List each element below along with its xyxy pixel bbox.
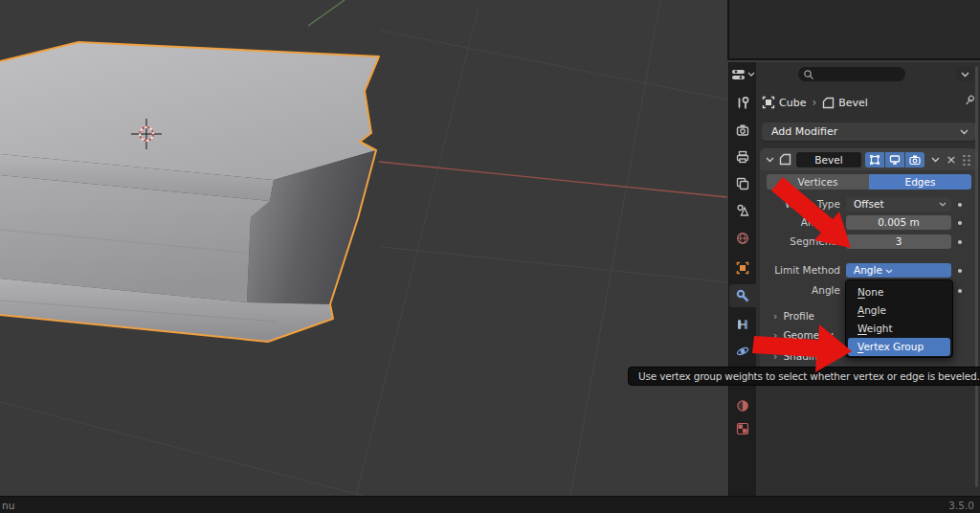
texture-icon: [736, 422, 749, 435]
chevron-down-icon: [931, 157, 940, 163]
collapse-arrow-icon: ›: [773, 310, 777, 323]
tab-output[interactable]: [729, 145, 756, 168]
globe-icon: [736, 232, 749, 245]
animate-dot[interactable]: [958, 269, 962, 273]
scene-icon: [736, 204, 749, 217]
collapse-arrow-icon: ›: [773, 329, 777, 342]
outliner-area[interactable]: [727, 0, 980, 60]
tab-world[interactable]: [729, 227, 756, 250]
limit-method-row: Limit Method Angle: [760, 263, 978, 278]
tab-view-layer[interactable]: [729, 172, 756, 195]
width-type-value: Offset: [854, 198, 884, 210]
collapse-arrow-icon: ›: [773, 350, 777, 363]
physics-icon: [736, 345, 749, 358]
edit-mode-toggle[interactable]: [865, 152, 884, 167]
bevel-modifier-icon: [779, 153, 791, 166]
wrench-icon: [736, 289, 750, 303]
affect-edges-tab[interactable]: Edges: [869, 174, 971, 190]
modifier-drag-handle[interactable]: [962, 154, 971, 166]
menu-item-label: eight: [867, 323, 893, 334]
menu-item-hotkey: W: [858, 323, 867, 334]
properties-search[interactable]: [798, 67, 905, 81]
chevron-down-icon: [960, 129, 969, 135]
breadcrumb-separator: ›: [812, 96, 816, 109]
tab-modifiers[interactable]: [729, 284, 756, 307]
tooltip-text: Use vertex group weights to select wheth…: [638, 370, 980, 382]
segments-row: Segments 3: [760, 234, 978, 249]
menu-item-vertex-group[interactable]: Vertex Group: [848, 338, 950, 356]
material-icon: [736, 399, 749, 413]
affect-vertices-tab[interactable]: Vertices: [767, 174, 869, 190]
status-bar: nu 3.5.0: [0, 496, 980, 513]
limit-method-label: Limit Method: [760, 263, 840, 278]
properties-options-button[interactable]: [956, 67, 974, 81]
tab-constraints[interactable]: [729, 313, 756, 336]
amount-row: Amount 0.005 m: [760, 215, 978, 230]
tab-render[interactable]: [729, 119, 756, 142]
version-label: 3.5.0: [948, 500, 974, 511]
geometry-section-label: Geometry: [783, 329, 833, 341]
tab-scene[interactable]: [729, 199, 756, 222]
menu-item-angle[interactable]: Angle: [848, 301, 950, 320]
width-type-label: Width Type: [760, 197, 840, 212]
breadcrumb-object[interactable]: Cube: [779, 97, 806, 109]
bevel-modifier-icon: [822, 97, 835, 109]
modifier-name-field[interactable]: Bevel: [796, 152, 861, 167]
modifier-close-button[interactable]: ×: [945, 153, 958, 166]
tab-object[interactable]: [729, 256, 756, 279]
animate-dot[interactable]: [958, 221, 962, 225]
modifier-panel-header: Bevel ×: [760, 148, 978, 170]
add-modifier-button[interactable]: Add Modifier: [762, 123, 976, 141]
tool-icon: [736, 97, 749, 110]
animate-dot[interactable]: [958, 203, 962, 207]
y-axis-line: [308, 0, 345, 26]
edit-mode-icon: [869, 154, 880, 166]
width-type-dropdown[interactable]: Offset: [846, 197, 951, 212]
render-display-toggle[interactable]: [905, 152, 924, 167]
blender-window: Cube › Bevel Add Modifier Bevel: [0, 0, 980, 513]
scrollbar[interactable]: [975, 66, 978, 487]
shading-section-label: Shading: [783, 350, 824, 362]
editor-type-selector[interactable]: [731, 66, 764, 83]
menu-item-none[interactable]: None: [848, 283, 950, 301]
animate-dot[interactable]: [958, 240, 962, 244]
tab-texture[interactable]: [729, 417, 756, 440]
amount-field[interactable]: 0.005 m: [846, 215, 951, 230]
chevron-down-icon: [885, 269, 893, 274]
3d-viewport[interactable]: [0, 0, 727, 496]
limit-method-dropdown[interactable]: Angle: [846, 263, 951, 278]
menu-item-weight[interactable]: Weight: [848, 320, 950, 338]
menu-item-label: ertex Group: [863, 341, 924, 352]
statusbar-left-text: nu: [2, 500, 14, 511]
width-type-row: Width Type Offset: [760, 197, 978, 212]
menu-item-label: one: [865, 286, 884, 298]
angle-label: Angle: [760, 283, 840, 298]
animate-dot[interactable]: [958, 289, 962, 293]
breadcrumb-modifier[interactable]: Bevel: [838, 97, 868, 109]
tab-tool[interactable]: [729, 92, 756, 115]
amount-label: Amount: [760, 215, 840, 230]
search-icon: [803, 69, 814, 80]
camera-icon: [909, 154, 921, 166]
panel-expand-chevron-icon[interactable]: [766, 157, 774, 163]
tab-material[interactable]: [729, 394, 756, 417]
chevron-down-icon: [961, 72, 969, 78]
monitor-icon: [889, 154, 901, 166]
printer-icon: [736, 150, 749, 164]
profile-section-label: Profile: [783, 310, 814, 322]
menu-item-hotkey: N: [858, 286, 865, 298]
breadcrumb[interactable]: Cube › Bevel: [762, 94, 868, 111]
tab-physics[interactable]: [729, 340, 756, 363]
pin-icon[interactable]: [963, 94, 976, 107]
realtime-display-toggle[interactable]: [885, 152, 904, 167]
segments-field[interactable]: 3: [846, 234, 951, 249]
affect-tabs: Vertices Edges: [767, 174, 971, 190]
limit-method-value: Angle: [854, 264, 882, 276]
images-icon: [736, 177, 749, 190]
search-input[interactable]: [818, 69, 895, 80]
modifier-extras-button[interactable]: [928, 157, 942, 163]
menu-item-label: ngle: [864, 304, 886, 316]
chevron-down-icon: [747, 72, 755, 78]
cube-object-icon: [762, 96, 775, 109]
properties-editor: Cube › Bevel Add Modifier Bevel: [728, 62, 980, 496]
